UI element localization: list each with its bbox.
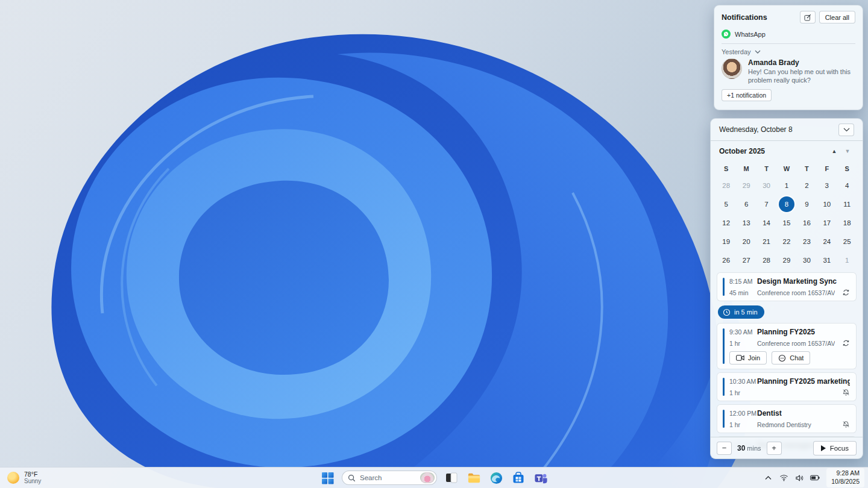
day-cell[interactable]: 29: [736, 176, 756, 195]
event-card[interactable]: 9:30 AM Planning FY2025 1 hr Conference …: [717, 323, 857, 369]
chevron-down-icon: [843, 128, 850, 132]
day-cell[interactable]: 7: [756, 195, 776, 213]
focus-unit: mins: [747, 445, 761, 452]
battery-icon: [810, 475, 820, 481]
chat-button[interactable]: Chat: [772, 351, 810, 364]
more-notifications-button[interactable]: +1 notification: [722, 89, 772, 101]
hidden-icons-button[interactable]: [761, 470, 775, 486]
search-highlight-image: [420, 472, 435, 483]
weather-condition: Sunny: [24, 478, 41, 485]
day-cell[interactable]: 24: [817, 232, 837, 251]
notification-item[interactable]: Amanda Brady Hey! Can you help me out wi…: [722, 58, 855, 85]
clear-all-button[interactable]: Clear all: [819, 11, 855, 23]
clock-icon: [723, 308, 731, 316]
event-card[interactable]: 12:00 PM Dentist 1 hr Redmond Dentistry: [717, 404, 857, 433]
day-cell[interactable]: 16: [797, 213, 817, 232]
search-icon: [348, 474, 356, 482]
calendar-collapse-button[interactable]: [838, 124, 854, 136]
calendar-next-month-button[interactable]: ▼: [841, 148, 854, 154]
microsoft-store-button[interactable]: [511, 470, 526, 486]
day-cell[interactable]: 22: [776, 232, 796, 251]
clock-widget[interactable]: 9:28 AM 10/8/2025: [826, 468, 864, 487]
day-cell[interactable]: 23: [797, 232, 817, 251]
increase-minutes-button[interactable]: +: [767, 442, 782, 455]
taskbar: 78°F Sunny Search: [0, 467, 868, 488]
notification-settings-button[interactable]: [800, 11, 816, 23]
calendar-week-row: 26 27 28 29 30 31 1: [716, 251, 857, 269]
day-cell[interactable]: 13: [736, 213, 756, 232]
task-view-button[interactable]: [444, 470, 459, 486]
group-label: Yesterday: [722, 48, 751, 55]
day-cell[interactable]: 31: [817, 251, 837, 269]
task-view-icon: [445, 471, 458, 484]
day-cell[interactable]: 28: [756, 251, 776, 269]
day-cell-selected[interactable]: 8: [776, 195, 796, 213]
decrease-minutes-button[interactable]: −: [717, 442, 732, 455]
event-time: 9:30 AM: [729, 328, 757, 336]
speaker-icon: [795, 474, 804, 482]
battery-button[interactable]: [808, 470, 822, 486]
day-cell[interactable]: 10: [817, 195, 837, 213]
wifi-button[interactable]: [777, 470, 790, 486]
calendar-week-row: 19 20 21 22 23 24 25: [716, 232, 857, 251]
day-cell[interactable]: 20: [736, 232, 756, 251]
search-label: Search: [360, 474, 416, 481]
bell-muted-icon: [842, 421, 850, 428]
day-cell[interactable]: 2: [797, 176, 817, 195]
calendar-week-row: 28 29 30 1 2 3 4: [716, 176, 857, 195]
calendar-month-nav: October 2025 ▲ ▼: [711, 141, 863, 161]
day-cell[interactable]: 4: [837, 176, 857, 195]
dow-label: W: [776, 161, 796, 176]
day-cell[interactable]: 28: [716, 176, 736, 195]
day-cell[interactable]: 1: [837, 251, 857, 269]
start-focus-button[interactable]: Focus: [813, 441, 857, 455]
day-cell[interactable]: 26: [716, 251, 736, 269]
file-explorer-button[interactable]: [466, 470, 482, 486]
day-cell[interactable]: 9: [797, 195, 817, 213]
day-cell[interactable]: 27: [736, 251, 756, 269]
teams-button[interactable]: [533, 470, 549, 486]
day-cell[interactable]: 30: [756, 176, 776, 195]
chevron-up-icon: [765, 476, 772, 480]
notification-app-name: WhatsApp: [735, 31, 766, 38]
day-cell[interactable]: 21: [756, 232, 776, 251]
day-cell[interactable]: 29: [776, 251, 796, 269]
dow-label: F: [817, 161, 837, 176]
day-cell[interactable]: 6: [736, 195, 756, 213]
start-button[interactable]: [319, 470, 335, 486]
calendar-week-row: 5 6 7 8 9 10 11: [716, 195, 857, 213]
event-card[interactable]: 8:15 AM Design Marketing Sync 45 min Con…: [717, 272, 857, 301]
day-cell[interactable]: 11: [837, 195, 857, 213]
day-cell[interactable]: 1: [776, 176, 796, 195]
event-title: Planning FY2025: [757, 328, 815, 336]
weather-widget[interactable]: 78°F Sunny: [7, 468, 41, 488]
notification-message: Hey! Can you help me out with this probl…: [748, 68, 855, 85]
dow-label: S: [837, 161, 857, 176]
join-meeting-button[interactable]: Join: [729, 351, 767, 364]
taskbar-search[interactable]: Search: [342, 471, 437, 485]
event-card[interactable]: 10:30 AM Planning FY2025 marketing 1 hr: [717, 372, 857, 401]
day-cell[interactable]: 12: [716, 213, 736, 232]
calendar-panel: Wednesday, October 8 October 2025 ▲ ▼ S …: [710, 118, 863, 459]
day-cell[interactable]: 5: [716, 195, 736, 213]
event-title: Design Marketing Sync: [757, 277, 837, 286]
edge-browser-button[interactable]: [488, 470, 504, 486]
day-cell[interactable]: 15: [776, 213, 796, 232]
day-cell[interactable]: 14: [756, 213, 776, 232]
event-time: 8:15 AM: [729, 278, 757, 285]
upcoming-badge-row: in 5 min: [717, 304, 857, 320]
day-cell[interactable]: 3: [817, 176, 837, 195]
volume-button[interactable]: [793, 470, 806, 486]
agenda-list: 8:15 AM Design Marketing Sync 45 min Con…: [711, 269, 863, 454]
calendar-date-label: Wednesday, October 8: [719, 125, 793, 134]
focus-minutes: 30: [737, 444, 745, 452]
calendar-prev-month-button[interactable]: ▲: [828, 148, 841, 154]
day-cell[interactable]: 19: [716, 232, 736, 251]
day-cell[interactable]: 18: [837, 213, 857, 232]
day-cell[interactable]: 30: [797, 251, 817, 269]
day-cell[interactable]: 17: [817, 213, 837, 232]
notification-group-header[interactable]: Yesterday: [722, 48, 855, 55]
day-cell[interactable]: 25: [837, 232, 857, 251]
selected-day: 8: [779, 196, 794, 212]
notification-app-row[interactable]: WhatsApp: [722, 30, 855, 44]
